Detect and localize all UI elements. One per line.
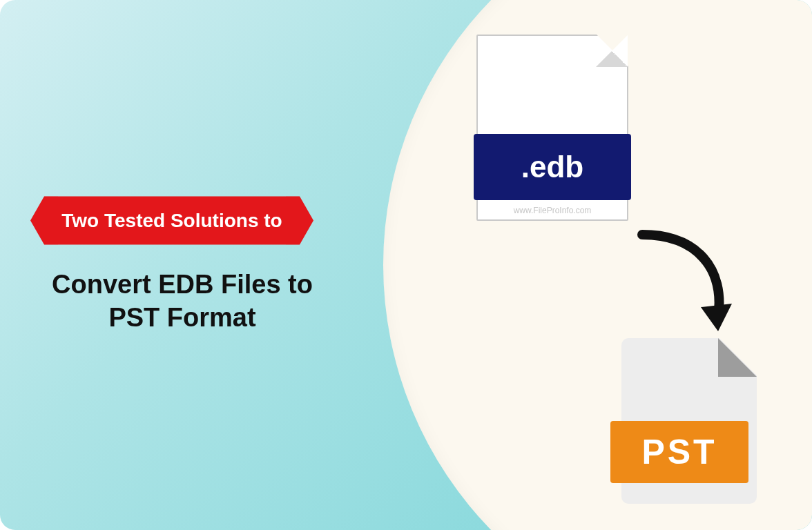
arrow-icon [628, 228, 739, 345]
subtitle-line-1: Convert EDB Files to [52, 270, 313, 299]
edb-watermark: www.FileProInfo.com [478, 206, 627, 215]
pst-extension-label: PST [610, 421, 748, 483]
subtitle: Convert EDB Files to PST Format [23, 268, 341, 334]
file-page: PST [621, 338, 757, 504]
edb-extension-label: .edb [474, 134, 631, 200]
ribbon-label: Two Tested Solutions to [44, 197, 300, 245]
headline-block: Two Tested Solutions to Convert EDB File… [23, 197, 348, 334]
hero-banner: Two Tested Solutions to Convert EDB File… [0, 0, 812, 530]
pst-file-icon: PST [621, 338, 766, 511]
illustration: .edb www.FileProInfo.com PST [442, 28, 801, 502]
subtitle-line-2: PST Format [108, 302, 255, 331]
ribbon: Two Tested Solutions to [23, 197, 320, 256]
file-page: .edb www.FileProInfo.com [476, 35, 628, 221]
edb-file-icon: .edb www.FileProInfo.com [476, 35, 656, 235]
